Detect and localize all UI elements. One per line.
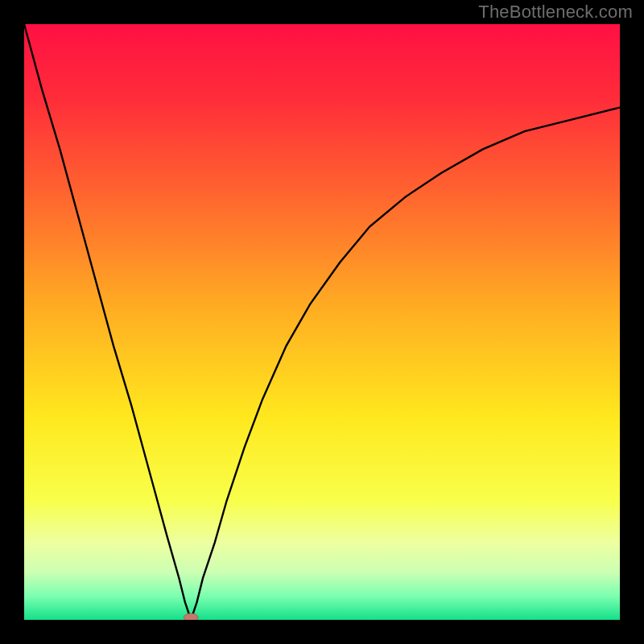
minimum-marker xyxy=(184,613,198,620)
watermark-text: TheBottleneck.com xyxy=(478,2,633,23)
chart-frame: TheBottleneck.com xyxy=(0,0,644,644)
bottleneck-chart xyxy=(24,24,620,620)
gradient-background xyxy=(24,24,620,620)
